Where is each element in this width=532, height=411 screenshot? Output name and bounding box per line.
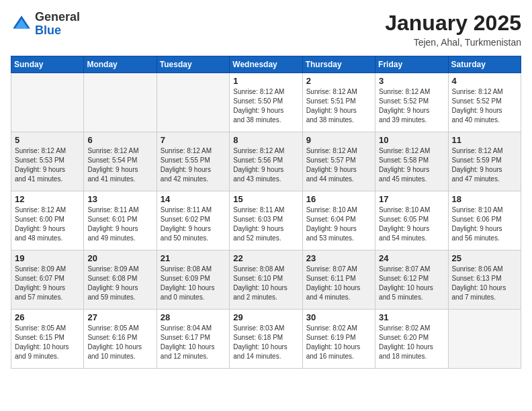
day-number: 12 <box>15 194 80 204</box>
calendar-day-15: 15Sunrise: 8:11 AM Sunset: 6:03 PM Dayli… <box>230 191 302 250</box>
calendar-day-empty <box>11 73 84 132</box>
day-info: Sunrise: 8:11 AM Sunset: 6:03 PM Dayligh… <box>233 205 298 243</box>
page-header: General Blue January 2025 Tejen, Ahal, T… <box>11 11 521 48</box>
day-number: 25 <box>452 253 517 263</box>
day-info: Sunrise: 8:12 AM Sunset: 5:59 PM Dayligh… <box>452 146 517 184</box>
calendar-day-17: 17Sunrise: 8:10 AM Sunset: 6:05 PM Dayli… <box>375 191 448 250</box>
calendar-day-2: 2Sunrise: 8:12 AM Sunset: 5:51 PM Daylig… <box>302 73 375 132</box>
day-info: Sunrise: 8:08 AM Sunset: 6:09 PM Dayligh… <box>161 265 226 302</box>
day-number: 26 <box>15 312 80 322</box>
weekday-header-friday: Friday <box>375 56 448 73</box>
day-number: 3 <box>379 76 444 86</box>
day-info: Sunrise: 8:07 AM Sunset: 6:11 PM Dayligh… <box>306 265 371 302</box>
calendar-day-18: 18Sunrise: 8:10 AM Sunset: 6:06 PM Dayli… <box>448 191 521 250</box>
logo-general: General <box>35 10 80 24</box>
weekday-header-thursday: Thursday <box>302 56 375 73</box>
day-number: 6 <box>87 135 152 145</box>
calendar-day-23: 23Sunrise: 8:07 AM Sunset: 6:11 PM Dayli… <box>302 250 375 310</box>
calendar-week-row: 5Sunrise: 8:12 AM Sunset: 5:53 PM Daylig… <box>11 132 521 191</box>
calendar-day-29: 29Sunrise: 8:03 AM Sunset: 6:18 PM Dayli… <box>230 310 302 369</box>
day-info: Sunrise: 8:11 AM Sunset: 6:01 PM Dayligh… <box>87 205 152 243</box>
day-number: 18 <box>452 194 517 204</box>
calendar-day-6: 6Sunrise: 8:12 AM Sunset: 5:54 PM Daylig… <box>84 132 157 191</box>
weekday-header-saturday: Saturday <box>448 56 521 73</box>
weekday-header-wednesday: Wednesday <box>230 56 302 73</box>
calendar-table: SundayMondayTuesdayWednesdayThursdayFrid… <box>11 56 521 369</box>
day-info: Sunrise: 8:12 AM Sunset: 5:56 PM Dayligh… <box>233 146 298 184</box>
day-number: 16 <box>306 194 371 204</box>
calendar-day-5: 5Sunrise: 8:12 AM Sunset: 5:53 PM Daylig… <box>11 132 84 191</box>
calendar-day-30: 30Sunrise: 8:02 AM Sunset: 6:19 PM Dayli… <box>302 310 375 369</box>
day-info: Sunrise: 8:09 AM Sunset: 6:07 PM Dayligh… <box>15 265 80 302</box>
calendar-week-row: 19Sunrise: 8:09 AM Sunset: 6:07 PM Dayli… <box>11 250 521 310</box>
calendar-day-3: 3Sunrise: 8:12 AM Sunset: 5:52 PM Daylig… <box>375 73 448 132</box>
calendar-week-row: 26Sunrise: 8:05 AM Sunset: 6:15 PM Dayli… <box>11 310 521 369</box>
day-info: Sunrise: 8:12 AM Sunset: 5:57 PM Dayligh… <box>306 146 371 184</box>
day-info: Sunrise: 8:12 AM Sunset: 5:51 PM Dayligh… <box>306 87 371 125</box>
calendar-day-11: 11Sunrise: 8:12 AM Sunset: 5:59 PM Dayli… <box>448 132 521 191</box>
day-number: 29 <box>233 312 298 322</box>
day-info: Sunrise: 8:12 AM Sunset: 5:54 PM Dayligh… <box>87 146 152 184</box>
day-info: Sunrise: 8:06 AM Sunset: 6:13 PM Dayligh… <box>452 265 517 302</box>
calendar-day-31: 31Sunrise: 8:02 AM Sunset: 6:20 PM Dayli… <box>375 310 448 369</box>
day-info: Sunrise: 8:04 AM Sunset: 6:17 PM Dayligh… <box>161 324 226 361</box>
calendar-week-row: 12Sunrise: 8:12 AM Sunset: 6:00 PM Dayli… <box>11 191 521 250</box>
day-number: 4 <box>452 76 517 86</box>
calendar-day-empty <box>157 73 229 132</box>
day-info: Sunrise: 8:10 AM Sunset: 6:04 PM Dayligh… <box>306 205 371 243</box>
day-number: 15 <box>233 194 298 204</box>
calendar-day-22: 22Sunrise: 8:08 AM Sunset: 6:10 PM Dayli… <box>230 250 302 310</box>
calendar-week-row: 1Sunrise: 8:12 AM Sunset: 5:50 PM Daylig… <box>11 73 521 132</box>
weekday-header-row: SundayMondayTuesdayWednesdayThursdayFrid… <box>11 56 521 73</box>
day-info: Sunrise: 8:12 AM Sunset: 5:52 PM Dayligh… <box>452 87 517 125</box>
day-number: 1 <box>233 76 298 86</box>
day-info: Sunrise: 8:02 AM Sunset: 6:20 PM Dayligh… <box>379 324 444 361</box>
day-info: Sunrise: 8:11 AM Sunset: 6:02 PM Dayligh… <box>161 205 226 243</box>
day-info: Sunrise: 8:10 AM Sunset: 6:05 PM Dayligh… <box>379 205 444 243</box>
weekday-header-sunday: Sunday <box>11 56 84 73</box>
day-number: 20 <box>87 253 152 263</box>
title-block: January 2025 Tejen, Ahal, Turkmenistan <box>385 11 521 48</box>
calendar-day-empty <box>84 73 157 132</box>
weekday-header-tuesday: Tuesday <box>157 56 229 73</box>
calendar-day-13: 13Sunrise: 8:11 AM Sunset: 6:01 PM Dayli… <box>84 191 157 250</box>
day-number: 27 <box>87 312 152 322</box>
calendar-day-21: 21Sunrise: 8:08 AM Sunset: 6:09 PM Dayli… <box>157 250 229 310</box>
calendar-day-empty <box>448 310 521 369</box>
calendar-day-9: 9Sunrise: 8:12 AM Sunset: 5:57 PM Daylig… <box>302 132 375 191</box>
day-info: Sunrise: 8:12 AM Sunset: 6:00 PM Dayligh… <box>15 205 80 243</box>
day-info: Sunrise: 8:05 AM Sunset: 6:16 PM Dayligh… <box>87 324 152 361</box>
calendar-day-28: 28Sunrise: 8:04 AM Sunset: 6:17 PM Dayli… <box>157 310 229 369</box>
calendar-day-14: 14Sunrise: 8:11 AM Sunset: 6:02 PM Dayli… <box>157 191 229 250</box>
day-info: Sunrise: 8:12 AM Sunset: 5:55 PM Dayligh… <box>161 146 226 184</box>
day-number: 23 <box>306 253 371 263</box>
day-number: 22 <box>233 253 298 263</box>
day-info: Sunrise: 8:02 AM Sunset: 6:19 PM Dayligh… <box>306 324 371 361</box>
calendar-day-7: 7Sunrise: 8:12 AM Sunset: 5:55 PM Daylig… <box>157 132 229 191</box>
day-info: Sunrise: 8:12 AM Sunset: 5:58 PM Dayligh… <box>379 146 444 184</box>
day-number: 5 <box>15 135 80 145</box>
day-number: 2 <box>306 76 371 86</box>
day-number: 24 <box>379 253 444 263</box>
day-number: 31 <box>379 312 444 322</box>
day-info: Sunrise: 8:07 AM Sunset: 6:12 PM Dayligh… <box>379 265 444 302</box>
calendar-title: January 2025 <box>385 11 521 36</box>
calendar-subtitle: Tejen, Ahal, Turkmenistan <box>385 37 521 48</box>
day-info: Sunrise: 8:09 AM Sunset: 6:08 PM Dayligh… <box>87 265 152 302</box>
day-info: Sunrise: 8:05 AM Sunset: 6:15 PM Dayligh… <box>15 324 80 361</box>
day-number: 14 <box>161 194 226 204</box>
day-number: 30 <box>306 312 371 322</box>
day-info: Sunrise: 8:12 AM Sunset: 5:53 PM Dayligh… <box>15 146 80 184</box>
calendar-day-19: 19Sunrise: 8:09 AM Sunset: 6:07 PM Dayli… <box>11 250 84 310</box>
day-number: 13 <box>87 194 152 204</box>
calendar-day-20: 20Sunrise: 8:09 AM Sunset: 6:08 PM Dayli… <box>84 250 157 310</box>
day-number: 21 <box>161 253 226 263</box>
day-number: 10 <box>379 135 444 145</box>
calendar-day-4: 4Sunrise: 8:12 AM Sunset: 5:52 PM Daylig… <box>448 73 521 132</box>
calendar-day-12: 12Sunrise: 8:12 AM Sunset: 6:00 PM Dayli… <box>11 191 84 250</box>
day-number: 7 <box>161 135 226 145</box>
calendar-day-1: 1Sunrise: 8:12 AM Sunset: 5:50 PM Daylig… <box>230 73 302 132</box>
day-number: 8 <box>233 135 298 145</box>
calendar-day-8: 8Sunrise: 8:12 AM Sunset: 5:56 PM Daylig… <box>230 132 302 191</box>
logo-icon <box>11 13 32 35</box>
